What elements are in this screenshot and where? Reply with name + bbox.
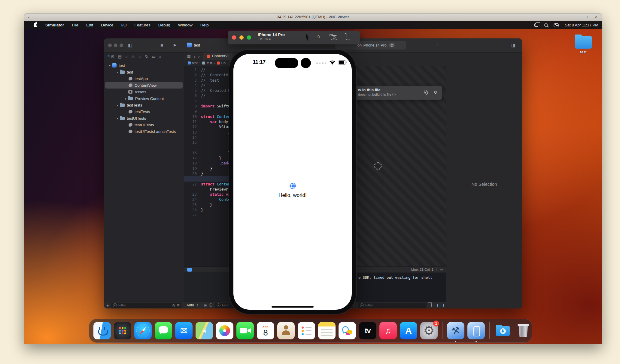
menu-item[interactable]: Features xyxy=(135,23,150,27)
clear-console-icon[interactable] xyxy=(429,303,432,307)
apple-menu-icon[interactable] xyxy=(34,23,38,27)
disclosure-chevron-icon[interactable]: ▾ xyxy=(108,64,112,67)
navigator-item-test-group[interactable]: ▾ test xyxy=(105,69,183,75)
navigator-tab-tests[interactable]: ◇ xyxy=(138,54,141,59)
dock-item-contacts[interactable] xyxy=(277,322,295,339)
forward-icon[interactable]: › xyxy=(198,54,200,59)
run-button[interactable]: ▶ xyxy=(174,43,177,47)
dock-item-trash[interactable] xyxy=(515,322,532,339)
rotate-icon[interactable] xyxy=(346,36,350,40)
dock-item-photos[interactable] xyxy=(216,322,233,339)
navigator-item-testuitestslaunchtests[interactable]: testUITestsLaunchTests xyxy=(105,128,183,135)
dock-item-tv[interactable]: tv xyxy=(359,322,376,339)
stage-manager-icon[interactable] xyxy=(534,23,538,27)
window-zoom-button[interactable] xyxy=(120,44,123,47)
menu-item[interactable]: Help xyxy=(200,23,209,27)
crumb-project[interactable]: test xyxy=(188,61,198,65)
menu-item[interactable]: File xyxy=(72,23,78,27)
navigator-tab-source-control[interactable]: ⊠ xyxy=(111,54,114,59)
vnc-minimize-button[interactable]: − xyxy=(577,14,579,19)
navigator-item-testuitests[interactable]: testUITests xyxy=(105,122,183,128)
editor-only-icon[interactable]: ▭ xyxy=(440,267,443,272)
dock-item-calendar[interactable]: APR 8 xyxy=(257,322,274,339)
info-icon[interactable]: ⓘ xyxy=(392,93,396,96)
disclosure-chevron-icon[interactable]: ▾ xyxy=(115,71,120,74)
dock-item-mail[interactable]: ✉ xyxy=(175,322,193,339)
dock-item-maps[interactable] xyxy=(196,322,213,339)
iphone-screen[interactable]: 11:17 xyxy=(233,54,352,310)
crumb-file[interactable]: Co xyxy=(217,61,226,65)
menu-bar-clock[interactable]: Sat 8 Apr 11:17 PM xyxy=(565,23,598,27)
console-output[interactable]: e SDK: timed out waiting for shell xyxy=(356,273,446,302)
variables-pane-toggle-icon[interactable] xyxy=(434,304,438,307)
menu-app-simulator[interactable]: Simulator xyxy=(45,23,64,27)
info-icon[interactable]: ⓘ xyxy=(209,303,213,308)
simulator-close-button[interactable] xyxy=(232,35,236,40)
navigator-tab-symbols[interactable]: ▤ xyxy=(118,54,122,59)
dock-item-facetime[interactable] xyxy=(236,322,254,339)
disclosure-chevron-icon[interactable]: ▾ xyxy=(115,117,120,120)
dock-item-divider-2[interactable] xyxy=(489,322,490,339)
disclosure-chevron-icon[interactable]: ▾ xyxy=(115,104,120,107)
dock-item-music[interactable]: ♫ xyxy=(379,322,397,339)
dock-item-appstore[interactable]: A xyxy=(400,322,417,339)
scope-selector[interactable]: Auto xyxy=(187,303,194,307)
window-minimize-button[interactable] xyxy=(114,44,117,47)
simulator-zoom-button[interactable] xyxy=(247,35,251,40)
menu-item[interactable]: Debug xyxy=(158,23,170,27)
add-tab-button[interactable]: + xyxy=(436,42,439,48)
menu-item[interactable]: I/O xyxy=(121,23,127,27)
disclosure-chevron-icon[interactable]: ▸ xyxy=(124,97,128,100)
navigator-tab-issues[interactable]: ⚠ xyxy=(131,54,135,59)
navigator-tab-breakpoints[interactable]: ▭ xyxy=(152,54,156,59)
dock-item-notes[interactable] xyxy=(318,322,336,339)
dock-item-downloads[interactable] xyxy=(494,322,512,339)
home-button-icon[interactable]: ⌂ xyxy=(317,33,320,40)
dock-item-messages[interactable] xyxy=(155,322,172,339)
editor-tab-contentview[interactable]: ContentVi xyxy=(203,53,233,60)
vnc-titlebar[interactable]: ▾ 34.29.141.226:5901 (QEMU) - VNC Viewer… xyxy=(24,13,602,21)
window-close-button[interactable] xyxy=(108,44,112,47)
menu-item[interactable]: Window xyxy=(178,23,193,27)
recent-files-filter-icon[interactable]: ◷ xyxy=(172,303,175,307)
navigator-toggle-icon[interactable]: ◧ xyxy=(128,43,132,48)
navigator-tab-debug[interactable]: ↻ xyxy=(145,54,148,59)
console-filter-field[interactable]: ≡ Filter xyxy=(358,303,427,308)
navigator-item-assets[interactable]: Assets xyxy=(105,89,183,95)
control-center-icon[interactable] xyxy=(554,23,559,27)
navigator-item-test-project[interactable]: ▾ test xyxy=(105,62,183,69)
navigator-item-contentview[interactable]: ContentView xyxy=(105,82,183,89)
screenshot-icon[interactable] xyxy=(331,35,337,40)
vnc-maximize-button[interactable]: + xyxy=(586,14,588,19)
stop-button[interactable]: ◼ xyxy=(160,43,163,47)
project-tab[interactable]: test xyxy=(187,43,200,47)
simulator-toolbar[interactable]: iPhone 14 Pro iOS 16.4 ⌂ xyxy=(228,31,360,44)
dock-item-simulator[interactable] xyxy=(467,322,485,339)
breakpoints-toggle-icon[interactable] xyxy=(187,268,192,272)
diagnostics-icon[interactable] xyxy=(423,90,428,96)
inspector-toggle-icon[interactable]: ◨ xyxy=(511,43,515,48)
scm-filter-icon[interactable]: ⊞ xyxy=(177,303,180,307)
dock-item-settings[interactable]: ⚙ 1 xyxy=(420,322,438,339)
navigator-tab-find[interactable]: ○ xyxy=(125,54,128,59)
vnc-close-button[interactable]: × xyxy=(595,14,597,19)
navigator-item-testapp[interactable]: testApp xyxy=(105,75,183,82)
navigator-item-preview-content[interactable]: ▸ Preview Content xyxy=(105,95,183,102)
crumb-group[interactable]: test xyxy=(202,61,212,65)
dock-item-launchpad[interactable] xyxy=(114,322,131,339)
dock-item-divider-1[interactable] xyxy=(442,322,442,339)
dock-item-xcode[interactable]: ⚒ xyxy=(447,322,464,339)
navigator-tab-reports[interactable]: # xyxy=(159,54,161,59)
navigator-filter-field[interactable]: ≡ Filter ◷ ⊞ xyxy=(111,303,181,308)
spotlight-search-icon[interactable] xyxy=(544,23,548,27)
dock-item-safari[interactable] xyxy=(134,322,152,339)
dock-item-reminders[interactable] xyxy=(298,322,315,339)
home-indicator[interactable] xyxy=(272,306,314,308)
desktop-folder-test[interactable]: test xyxy=(571,34,595,54)
add-file-button[interactable]: + xyxy=(106,303,109,308)
console-pane-toggle-icon[interactable] xyxy=(440,304,444,307)
refresh-preview-icon[interactable]: ↻ xyxy=(433,90,437,95)
navigator-item-testuitests-group[interactable]: ▾ testUITests xyxy=(105,115,183,122)
simulator-minimize-button[interactable] xyxy=(239,35,244,40)
back-icon[interactable]: ‹ xyxy=(194,54,195,59)
